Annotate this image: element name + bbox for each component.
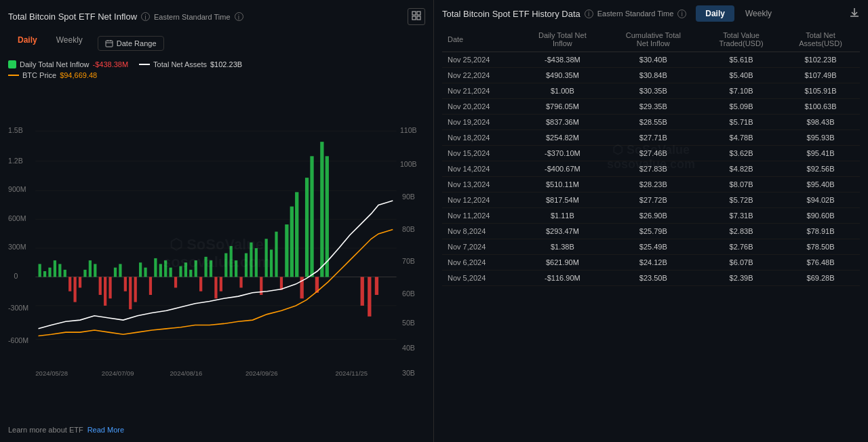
cell-net-assets: $78.50B — [781, 239, 860, 255]
left-timezone-info-icon[interactable]: i — [235, 12, 243, 21]
right-panel: Total Bitcoin Spot ETF History Data i Ea… — [434, 0, 868, 442]
cell-date: Nov 7,2024 — [442, 239, 519, 255]
left-info-icon[interactable]: i — [141, 12, 150, 21]
legend-row-2: BTC Price $94,669.48 — [8, 71, 425, 79]
svg-rect-41 — [79, 277, 81, 287]
svg-rect-55 — [149, 277, 152, 295]
legend-net-inflow-label: Daily Total Net Inflow — [20, 60, 90, 68]
cell-date: Nov 14,2024 — [442, 161, 519, 177]
expand-button[interactable] — [408, 8, 425, 25]
svg-rect-40 — [73, 277, 76, 302]
cell-traded: $4.78B — [701, 130, 781, 146]
cell-net-assets: $95.40B — [781, 177, 860, 193]
svg-rect-92 — [368, 277, 371, 316]
cell-daily: $293.47M — [519, 224, 605, 239]
cell-daily: $1.38B — [519, 239, 605, 255]
svg-rect-74 — [245, 254, 248, 277]
cell-net-assets: $95.93B — [781, 130, 860, 146]
right-title: Total Bitcoin Spot ETF History Data — [442, 9, 580, 19]
cell-daily: -$116.90M — [519, 270, 605, 286]
date-range-button[interactable]: Date Range — [98, 36, 164, 51]
svg-text:80B: 80B — [402, 225, 415, 233]
footer-link[interactable]: Read More — [87, 426, 124, 434]
cell-date: Nov 8,2024 — [442, 224, 519, 239]
right-info-icon[interactable]: i — [585, 9, 593, 18]
table-row: Nov 13,2024 $510.11M $28.23B $8.07B $95.… — [442, 177, 860, 193]
cell-daily: $621.90M — [519, 255, 605, 270]
svg-text:-300M: -300M — [8, 304, 28, 312]
cell-net-assets: $107.49B — [781, 68, 860, 83]
table-row: Nov 20,2024 $796.05M $29.35B $5.09B $100… — [442, 99, 860, 115]
col-net-assets: Total NetAssets(USD) — [781, 27, 860, 52]
svg-text:300M: 300M — [8, 243, 26, 251]
right-timezone-info-icon[interactable]: i — [677, 9, 686, 18]
cell-cumulative: $23.50B — [606, 270, 702, 286]
cell-traded: $2.39B — [701, 270, 781, 286]
table-wrapper: ⬡ SoSoValuesosovalue.com Date Daily Tota… — [442, 27, 860, 286]
svg-rect-90 — [326, 156, 329, 277]
cell-daily: $254.82M — [519, 130, 605, 146]
cell-traded: $8.07B — [701, 177, 781, 193]
svg-text:2024/09/26: 2024/09/26 — [245, 369, 278, 377]
left-title: Total Bitcoin Spot ETF Net Inflow — [8, 12, 137, 22]
cell-cumulative: $25.49B — [606, 239, 702, 255]
right-timezone: Eastern Standard Time — [597, 9, 674, 18]
svg-text:1.2B: 1.2B — [8, 157, 23, 165]
cell-daily: $837.36M — [519, 115, 605, 130]
svg-rect-59 — [170, 268, 172, 277]
legend-btc-price-value: $94,669.48 — [60, 71, 97, 79]
cell-date: Nov 21,2024 — [442, 83, 519, 99]
cell-net-assets: $100.63B — [781, 99, 860, 115]
svg-rect-46 — [104, 277, 106, 305]
svg-rect-69 — [220, 277, 222, 291]
svg-rect-44 — [94, 264, 96, 277]
cell-cumulative: $24.12B — [606, 255, 702, 270]
svg-text:2024/07/09: 2024/07/09 — [102, 369, 134, 377]
cell-cumulative: $30.35B — [606, 83, 702, 99]
left-panel: Total Bitcoin Spot ETF Net Inflow i East… — [0, 0, 434, 442]
svg-rect-87 — [310, 156, 313, 277]
svg-text:900M: 900M — [8, 185, 26, 193]
left-header: Total Bitcoin Spot ETF Net Inflow i East… — [8, 8, 425, 25]
cell-date: Nov 19,2024 — [442, 115, 519, 130]
cell-cumulative: $27.72B — [606, 193, 702, 208]
table-row: Nov 6,2024 $621.90M $24.12B $6.07B $76.4… — [442, 255, 860, 270]
controls-row: Daily Weekly Date Range — [8, 32, 425, 55]
legend-net-inflow-dot — [8, 60, 16, 68]
svg-text:0: 0 — [14, 272, 18, 280]
cell-traded: $2.76B — [701, 239, 781, 255]
svg-rect-49 — [119, 264, 121, 277]
tab-daily-right[interactable]: Daily — [696, 5, 734, 22]
legend-row-1: Daily Total Net Inflow -$438.38M Total N… — [8, 60, 425, 68]
table-row: Nov 5,2024 -$116.90M $23.50B $2.39B $69.… — [442, 270, 860, 286]
cell-cumulative: $28.23B — [606, 177, 702, 193]
svg-rect-54 — [144, 268, 146, 277]
right-tab-group: Daily Weekly — [696, 5, 781, 22]
table-row: Nov 15,2024 -$370.10M $27.46B $3.62B $95… — [442, 146, 860, 161]
svg-rect-83 — [290, 207, 294, 277]
col-daily-inflow: Daily Total NetInflow — [519, 27, 605, 52]
svg-text:110B: 110B — [400, 126, 417, 134]
svg-rect-45 — [99, 277, 102, 295]
tab-daily-left[interactable]: Daily — [8, 32, 47, 48]
tab-weekly-right[interactable]: Weekly — [736, 5, 781, 22]
svg-rect-58 — [164, 260, 167, 277]
svg-rect-89 — [320, 142, 323, 277]
cell-net-assets: $98.43B — [781, 115, 860, 130]
tab-weekly-left[interactable]: Weekly — [47, 32, 92, 48]
svg-text:2024/05/28: 2024/05/28 — [35, 369, 68, 377]
cell-traded: $5.09B — [701, 99, 781, 115]
table-row: Nov 19,2024 $837.36M $28.55B $5.71B $98.… — [442, 115, 860, 130]
svg-text:1.5B: 1.5B — [8, 126, 23, 134]
cell-date: Nov 6,2024 — [442, 255, 519, 270]
cell-cumulative: $25.79B — [606, 224, 702, 239]
svg-text:50B: 50B — [402, 319, 415, 327]
cell-daily: $1.00B — [519, 83, 605, 99]
download-button[interactable] — [849, 7, 860, 20]
svg-rect-86 — [305, 178, 309, 277]
legend-btc-price-label: BTC Price — [22, 71, 56, 79]
svg-text:90B: 90B — [402, 193, 415, 201]
footer: Learn more about ETF Read More — [8, 426, 425, 434]
cell-daily: $490.35M — [519, 68, 605, 83]
svg-rect-81 — [280, 277, 283, 289]
